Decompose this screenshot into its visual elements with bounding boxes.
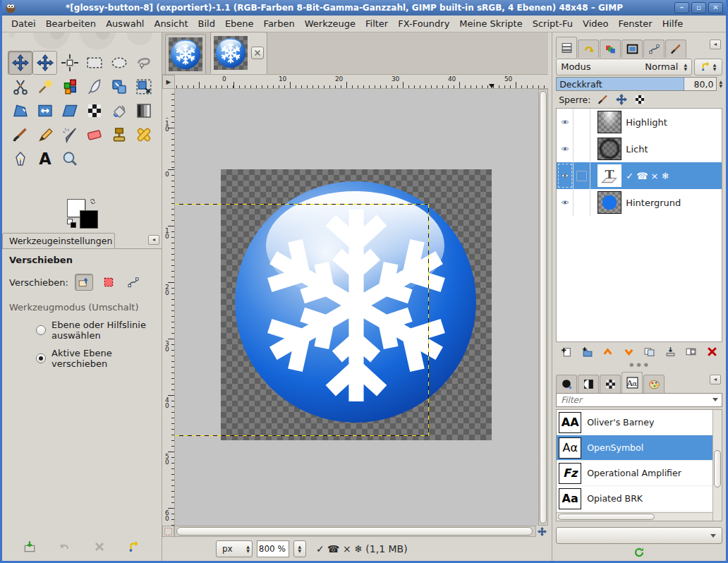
dock-menu-button[interactable]: ◂ [710,375,721,385]
image-tab-2[interactable] [210,32,267,74]
flip-tool-button[interactable] [32,99,57,123]
scrollbar-thumb[interactable] [540,91,547,523]
menu-auswahl[interactable]: Auswahl [101,17,149,30]
layer-visibility-toggle[interactable] [557,135,574,162]
layer-link-toggle[interactable] [574,135,590,162]
airbrush-tool-button[interactable] [57,123,82,147]
layer-row-text[interactable]: T✓ ☎ × ❄ [557,162,722,189]
spinner-icon[interactable]: ▲▼ [684,63,687,71]
scrollbar-thumb[interactable] [714,450,721,488]
heal-tool-button[interactable] [131,123,156,147]
align-tool-button[interactable] [57,51,82,75]
bucket-fill-tool-button[interactable] [107,99,131,123]
channels-tab[interactable] [600,40,621,58]
menu-werkzeuge[interactable]: Werkzeuge [300,17,360,30]
restore-preset-icon[interactable] [58,540,71,553]
layer-row-highlight[interactable]: Highlight [557,109,722,135]
spinner-icon[interactable]: ▲▼ [246,545,250,553]
scissors-select-tool-button[interactable] [8,75,32,99]
zoom-spinner[interactable]: ▲▼ [293,540,306,557]
fonts-tab[interactable]: Aα [621,372,643,393]
mode-switch-button[interactable]: ▲▼ [694,59,722,75]
menu-hilfe[interactable]: Hilfe [657,17,688,30]
unified-transform-tool-button[interactable] [107,75,131,99]
dynamics-tab[interactable] [578,375,599,393]
layer-visibility-toggle[interactable] [557,189,574,216]
delete-layer-button[interactable] [706,346,718,358]
font-row-operational-amplifier[interactable]: FzOperational Amplifier [557,461,712,486]
reset-tool-icon[interactable] [128,540,140,553]
radio-move-active-layer[interactable]: Aktive Ebene verschieben [36,348,154,369]
layer-link-toggle[interactable] [574,109,590,135]
move-path-button[interactable] [124,274,142,291]
zoom-tool-button[interactable] [57,147,82,171]
radio-icon[interactable] [36,325,46,335]
close-button[interactable]: ✕ [708,2,723,13]
image-tab-1[interactable] [165,34,206,74]
font-list-vertical-scrollbar[interactable] [712,410,722,521]
raise-layer-button[interactable] [602,346,614,358]
select-by-color-tool-button[interactable] [57,75,82,99]
radio-select-layer[interactable]: Ebene oder Hilfslinie auswählen [36,320,154,341]
menu-script-fu[interactable]: Script-Fu [528,17,578,30]
layer-visibility-toggle[interactable] [557,109,574,135]
gradient-tool-button[interactable] [131,99,156,123]
font-row-oliver-s-barney[interactable]: AAOliver's Barney [557,410,712,435]
layer-thumbnail[interactable] [597,138,621,160]
menu-fenster[interactable]: Fenster [613,17,657,30]
new-layer-button[interactable] [560,346,572,358]
layer-link-toggle[interactable] [574,189,590,216]
ellipse-select-tool-button[interactable] [107,51,131,75]
opacity-slider[interactable]: Deckkraft 80,0 [556,77,717,91]
menu-datei[interactable]: Datei [6,17,41,30]
layers-tab[interactable] [556,37,577,58]
zoom-input[interactable]: 800 % [257,540,289,557]
shear-tool-button[interactable] [57,99,82,123]
unit-select[interactable]: px ▲▼ [216,540,253,557]
maximize-button[interactable]: ▫ [691,2,706,13]
menu-bild[interactable]: Bild [193,17,220,30]
move-tool-button[interactable] [8,51,32,75]
merge-layer-button[interactable] [665,346,677,358]
paint-tools-tab[interactable] [665,40,686,58]
pattern-tool-button[interactable] [82,99,107,123]
menu-video[interactable]: Video [578,17,613,30]
menu-ebene[interactable]: Ebene [220,17,259,30]
undo-history-tab[interactable] [578,40,599,58]
font-row-opensymbol[interactable]: AαOpenSymbol [557,435,712,461]
lower-layer-button[interactable] [623,346,635,358]
vertical-ruler[interactable]: -100102030405060 [162,89,175,526]
rectangle-select-tool-button[interactable] [82,51,107,75]
font-combo-box[interactable] [556,527,722,544]
menu-ansicht[interactable]: Ansicht [149,17,193,30]
patterns-tab[interactable] [600,375,621,393]
lock-alpha-icon[interactable] [634,94,645,105]
spinner-icon[interactable]: ▲▼ [719,80,722,88]
clone-tool-button[interactable] [107,123,131,147]
radio-selected-icon[interactable] [36,353,46,363]
font-filter-input[interactable] [556,393,722,407]
canvas-horizontal-scrollbar[interactable] [174,526,536,537]
spinner-icon[interactable]: ▲▼ [713,63,717,71]
layer-link-toggle[interactable] [574,162,590,189]
quick-mask-toggle[interactable] [162,526,174,537]
layer-mode-select[interactable]: Modus Normal ▲▼ [556,59,692,75]
paths-tab[interactable] [643,40,665,58]
canvas-vertical-scrollbar[interactable] [538,89,548,526]
layer-row-bg[interactable]: Hintergrund [557,189,722,216]
text-tool-button[interactable]: A [32,147,57,171]
scrollbar-thumb[interactable] [558,514,655,520]
layer-row-licht[interactable]: Licht [557,135,722,162]
free-select-tool-button[interactable] [131,51,156,75]
ink-tool-button[interactable] [8,147,32,171]
layer-thumbnail[interactable] [597,191,621,214]
menu-meine-skripte[interactable]: Meine Skripte [454,17,527,30]
menu-filter[interactable]: Filter [360,17,393,30]
move-selection-button[interactable] [99,274,118,291]
menu-fx-foundry[interactable]: FX-Foundry [393,17,454,30]
ruler-corner-menu-button[interactable]: ▶ [162,75,175,89]
refresh-fonts-button[interactable] [554,544,724,561]
background-color-swatch[interactable] [80,210,98,229]
paths-tool-button[interactable] [82,75,107,99]
fuzzy-select-tool-button[interactable] [32,75,57,99]
